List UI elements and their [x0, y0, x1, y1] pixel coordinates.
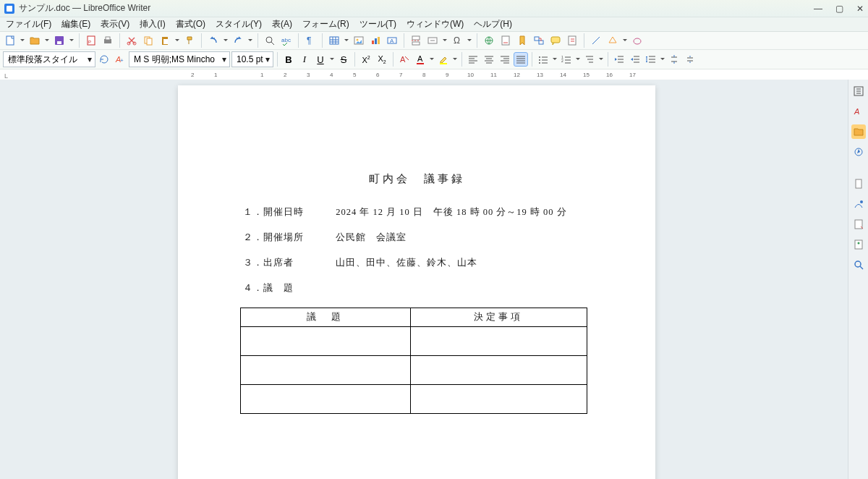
copy-button[interactable]	[141, 33, 156, 48]
new-button[interactable]	[3, 33, 17, 48]
sidebar-accessibility-icon[interactable]	[851, 237, 866, 252]
insert-field-button[interactable]	[425, 33, 440, 48]
subscript-button[interactable]: X2	[375, 52, 389, 67]
strike-button[interactable]: S	[336, 52, 351, 67]
menu-view[interactable]: 表示(V)	[101, 18, 129, 30]
para-spacing-dec-button[interactable]	[683, 52, 697, 67]
sidebar-navigator-icon[interactable]	[851, 145, 866, 159]
insert-textbox-button[interactable]: A	[385, 33, 399, 48]
redo-button[interactable]	[231, 33, 245, 48]
sidebar-gallery-icon[interactable]	[851, 124, 866, 139]
new-style-button[interactable]: A+	[113, 52, 127, 67]
shapes-dropdown[interactable]	[622, 33, 628, 48]
table-cell[interactable]	[410, 327, 587, 356]
menu-edit[interactable]: 編集(E)	[61, 18, 90, 30]
font-color-button[interactable]: A	[413, 52, 427, 67]
open-dropdown[interactable]	[44, 33, 50, 48]
menu-styles[interactable]: スタイル(Y)	[216, 18, 262, 30]
close-button[interactable]: ✕	[856, 4, 864, 14]
nonprinting-button[interactable]: ¶	[303, 33, 318, 48]
print-button[interactable]	[101, 33, 115, 48]
paste-dropdown[interactable]	[174, 33, 180, 48]
sidebar-page-icon[interactable]	[851, 177, 866, 191]
number-dropdown[interactable]	[575, 52, 581, 67]
sidebar-styles-icon[interactable]: A	[851, 104, 866, 119]
footnote-button[interactable]	[498, 33, 513, 48]
table-cell[interactable]	[241, 356, 411, 385]
menu-file[interactable]: ファイル(F)	[6, 18, 51, 30]
underline-dropdown[interactable]	[329, 52, 335, 67]
spacing-dropdown[interactable]	[660, 52, 665, 67]
sidebar-style-inspect-icon[interactable]	[851, 197, 866, 211]
bold-button[interactable]: B	[281, 52, 296, 67]
undo-button[interactable]	[206, 33, 221, 48]
highlight-dropdown[interactable]	[452, 52, 458, 67]
bullet-list-button[interactable]	[536, 52, 550, 67]
decrease-indent-button[interactable]	[628, 52, 642, 67]
number-list-button[interactable]: 12	[559, 52, 574, 67]
font-size-input[interactable]	[235, 54, 265, 65]
clear-format-button[interactable]: A	[397, 52, 412, 67]
font-name-combo[interactable]: ▾	[129, 51, 230, 67]
insert-table-button[interactable]	[327, 33, 341, 48]
table-dropdown[interactable]	[344, 33, 349, 48]
italic-button[interactable]: I	[297, 52, 312, 67]
align-right-button[interactable]	[498, 52, 512, 67]
field-dropdown[interactable]	[442, 33, 448, 48]
highlight-button[interactable]	[436, 52, 451, 67]
bullet-dropdown[interactable]	[552, 52, 558, 67]
para-spacing-inc-button[interactable]	[667, 52, 681, 67]
redo-dropdown[interactable]	[247, 33, 253, 48]
align-justify-button[interactable]	[514, 52, 528, 67]
outline-dropdown[interactable]	[598, 52, 604, 67]
increase-indent-button[interactable]	[612, 52, 626, 67]
para-style-combo[interactable]: ▾	[3, 51, 95, 67]
superscript-button[interactable]: X2	[359, 52, 373, 67]
shapes-button[interactable]	[605, 33, 620, 48]
find-button[interactable]	[263, 33, 277, 48]
draw-button[interactable]	[630, 33, 644, 48]
font-size-combo[interactable]: ▾	[231, 51, 273, 67]
sidebar-find-icon[interactable]	[851, 258, 866, 272]
undo-dropdown[interactable]	[223, 33, 229, 48]
bookmark-button[interactable]	[515, 33, 529, 48]
underline-button[interactable]: U	[313, 52, 328, 67]
align-left-button[interactable]	[466, 52, 480, 67]
menu-format[interactable]: 書式(O)	[176, 18, 205, 30]
line-spacing-button[interactable]	[644, 52, 658, 67]
insert-chart-button[interactable]	[368, 33, 383, 48]
document-workspace[interactable]: 町内会 議事録 １．開催日時 2024 年 12 月 10 日 午後 18 時 …	[0, 80, 848, 479]
maximize-button[interactable]: ▢	[835, 4, 843, 14]
paste-button[interactable]	[158, 33, 172, 48]
page-break-button[interactable]	[409, 33, 423, 48]
sidebar-manage-changes-icon[interactable]	[851, 217, 866, 232]
special-dropdown[interactable]	[467, 33, 472, 48]
table-cell[interactable]	[241, 327, 411, 356]
menu-tools[interactable]: ツール(T)	[359, 18, 396, 30]
insert-image-button[interactable]	[352, 33, 366, 48]
font-color-dropdown[interactable]	[429, 52, 435, 67]
open-button[interactable]	[27, 33, 42, 48]
font-name-input[interactable]	[132, 54, 222, 65]
track-changes-button[interactable]	[565, 33, 579, 48]
minimize-button[interactable]: —	[814, 4, 822, 14]
special-char-button[interactable]: Ω	[450, 33, 464, 48]
align-center-button[interactable]	[482, 52, 496, 67]
table-cell[interactable]	[241, 385, 411, 414]
document-page[interactable]: 町内会 議事録 １．開催日時 2024 年 12 月 10 日 午後 18 時 …	[178, 85, 655, 479]
menu-insert[interactable]: 挿入(I)	[140, 18, 165, 30]
line-button[interactable]	[589, 33, 603, 48]
para-style-input[interactable]	[7, 54, 88, 65]
table-cell[interactable]	[410, 356, 587, 385]
hyperlink-button[interactable]	[482, 33, 496, 48]
table-cell[interactable]	[410, 385, 587, 414]
update-style-button[interactable]	[97, 52, 111, 67]
save-dropdown[interactable]	[69, 33, 75, 48]
export-pdf-button[interactable]: P	[84, 33, 98, 48]
menu-help[interactable]: ヘルプ(H)	[474, 18, 512, 30]
menu-table[interactable]: 表(A)	[272, 18, 292, 30]
clone-format-button[interactable]	[182, 33, 197, 48]
spellcheck-button[interactable]: abc	[279, 33, 294, 48]
menu-form[interactable]: フォーム(R)	[302, 18, 349, 30]
menu-window[interactable]: ウィンドウ(W)	[407, 18, 464, 30]
